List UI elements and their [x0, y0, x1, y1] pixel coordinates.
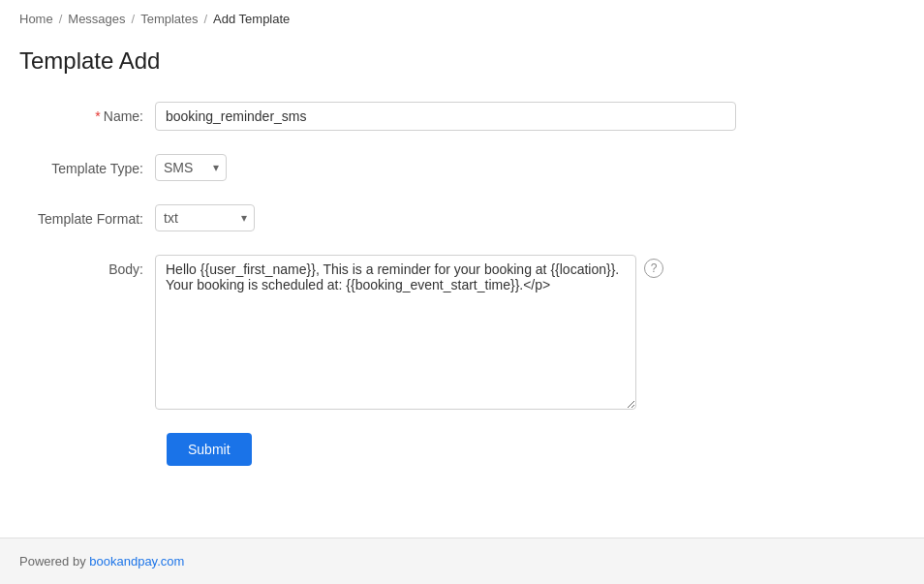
- body-textarea[interactable]: Hello {{user_first_name}}, This is a rem…: [155, 255, 636, 410]
- footer-link[interactable]: bookandpay.com: [89, 554, 184, 569]
- breadcrumb-sep-2: /: [132, 12, 136, 26]
- template-type-select-wrapper: SMS Email Push: [155, 154, 227, 181]
- name-label: *Name:: [19, 102, 155, 124]
- breadcrumb-sep-1: /: [59, 12, 63, 26]
- breadcrumb: Home / Messages / Templates / Add Templa…: [0, 0, 924, 38]
- body-field-wrapper: Hello {{user_first_name}}, This is a rem…: [155, 255, 663, 410]
- breadcrumb-current: Add Template: [213, 12, 290, 26]
- template-format-select-wrapper: txt html markdown: [155, 204, 255, 231]
- body-label: Body:: [19, 255, 155, 277]
- submit-button[interactable]: Submit: [167, 433, 252, 466]
- footer: Powered by bookandpay.com: [0, 538, 924, 584]
- help-icon[interactable]: ?: [644, 259, 663, 278]
- body-form-group: Body: Hello {{user_first_name}}, This is…: [19, 255, 905, 410]
- name-form-group: *Name:: [19, 102, 905, 131]
- name-required-star: *: [95, 108, 100, 124]
- page-title: Template Add: [19, 47, 905, 75]
- name-input[interactable]: [155, 102, 736, 131]
- breadcrumb-sep-3: /: [203, 12, 207, 26]
- template-format-select[interactable]: txt html markdown: [155, 204, 255, 231]
- breadcrumb-messages[interactable]: Messages: [68, 12, 125, 26]
- template-type-label: Template Type:: [19, 154, 155, 176]
- template-format-label: Template Format:: [19, 204, 155, 227]
- template-type-select[interactable]: SMS Email Push: [155, 154, 227, 181]
- breadcrumb-home[interactable]: Home: [19, 12, 53, 26]
- template-format-form-group: Template Format: txt html markdown: [19, 204, 905, 231]
- template-type-form-group: Template Type: SMS Email Push: [19, 154, 905, 181]
- powered-by-text: Powered by: [19, 554, 89, 569]
- breadcrumb-templates[interactable]: Templates: [140, 12, 198, 26]
- main-content: Template Add *Name: Template Type: SMS E…: [0, 38, 924, 538]
